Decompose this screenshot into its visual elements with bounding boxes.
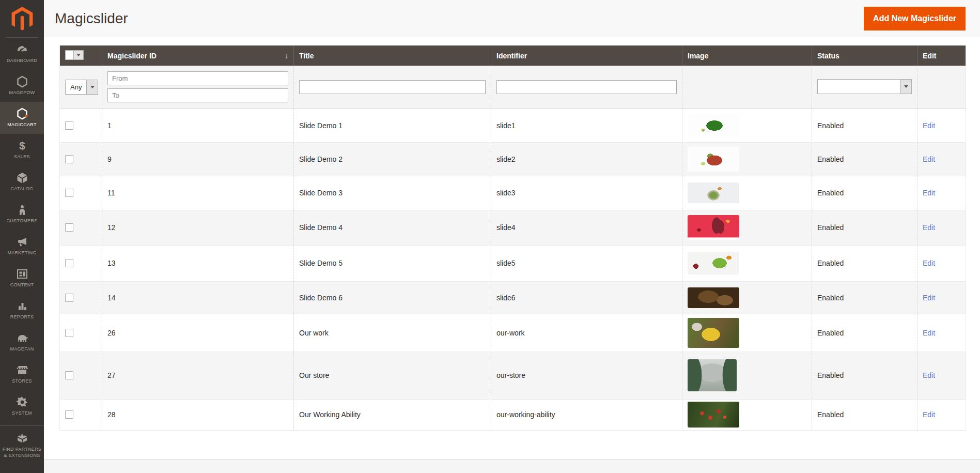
cell-identifier: our-store (491, 352, 682, 399)
row-checkbox[interactable] (65, 223, 73, 232)
table-row[interactable]: 12 Slide Demo 4 slide4 Enabled Edit (60, 210, 966, 245)
cell-title: Slide Demo 3 (294, 176, 491, 210)
sidebar-item-label: FIND PARTNERS & EXTENSIONS (2, 447, 42, 459)
row-checkbox[interactable] (65, 155, 73, 163)
column-label: Magicslider ID (107, 52, 157, 60)
status-filter-select[interactable] (817, 79, 912, 94)
edit-link[interactable]: Edit (923, 329, 935, 337)
sidebar-item-find-partners[interactable]: FIND PARTNERS & EXTENSIONS (0, 425, 44, 463)
column-header-status[interactable]: Status (812, 45, 917, 66)
table-row[interactable]: 9 Slide Demo 2 slide2 Enabled Edit (60, 142, 966, 176)
cell-status: Enabled (812, 210, 917, 245)
table-row[interactable]: 13 Slide Demo 5 slide5 Enabled Edit (60, 245, 966, 281)
row-checkbox[interactable] (65, 294, 73, 302)
cell-id: 28 (102, 399, 294, 430)
grid-header-row: Magicslider ID ↓ Title Identifier Image … (60, 45, 966, 66)
row-thumbnail (688, 215, 739, 240)
cell-identifier: our-working-ability (491, 399, 682, 430)
row-checkbox[interactable] (65, 189, 73, 197)
mass-action-select[interactable]: Any (65, 80, 98, 95)
table-row[interactable]: 11 Slide Demo 3 slide3 Enabled Edit (60, 176, 966, 210)
edit-link[interactable]: Edit (923, 223, 935, 232)
sidebar-item-dashboard[interactable]: DASHBOARD (0, 38, 44, 70)
sidebar-item-customers[interactable]: CUSTOMERS (0, 198, 44, 230)
grid-filter-row: Any (60, 66, 966, 109)
cell-identifier: our-work (491, 314, 682, 352)
edit-link[interactable]: Edit (923, 155, 935, 163)
select-all-header (60, 45, 102, 66)
person-icon (16, 204, 28, 216)
magento-logo[interactable] (0, 0, 44, 37)
cell-status: Enabled (812, 352, 917, 399)
cell-status: Enabled (812, 176, 917, 210)
edit-link[interactable]: Edit (923, 410, 935, 419)
dashboard-gauge-icon (16, 43, 28, 56)
table-row[interactable]: 14 Slide Demo 6 slide6 Enabled Edit (60, 281, 966, 314)
row-checkbox[interactable] (65, 410, 73, 419)
sidebar-item-magefan[interactable]: MAGEFAN (0, 326, 44, 358)
cell-status: Enabled (812, 142, 917, 176)
magicslider-grid: Magicslider ID ↓ Title Identifier Image … (59, 45, 966, 431)
table-row[interactable]: 26 Our work our-work Enabled Edit (60, 314, 966, 352)
row-thumbnail (688, 252, 739, 274)
sidebar-item-magepow[interactable]: MAGEPOW (0, 70, 44, 102)
mass-select-control[interactable] (65, 50, 84, 60)
table-row[interactable]: 27 Our store our-store Enabled Edit (60, 352, 966, 399)
select-all-checkbox[interactable] (65, 50, 74, 60)
sidebar-item-marketing[interactable]: MARKETING (0, 230, 44, 262)
cell-status: Enabled (812, 314, 917, 352)
sidebar-item-catalog[interactable]: CATALOG (0, 166, 44, 198)
edit-link[interactable]: Edit (923, 294, 935, 302)
id-to-filter-input[interactable] (107, 88, 288, 102)
sidebar-item-stores[interactable]: STORES (0, 358, 44, 390)
sidebar-item-label: STORES (12, 378, 32, 385)
sidebar-item-reports[interactable]: REPORTS (0, 294, 44, 326)
mass-action-value: Any (66, 80, 86, 94)
add-new-magicslider-button[interactable]: Add New Magicslider (864, 7, 966, 30)
sidebar-item-label: MAGEPOW (9, 90, 35, 96)
id-from-filter-input[interactable] (107, 71, 288, 85)
edit-link[interactable]: Edit (923, 121, 935, 130)
sidebar-item-sales[interactable]: $ SALES (0, 134, 44, 166)
footer-strip (44, 459, 980, 473)
edit-link[interactable]: Edit (923, 259, 935, 267)
column-header-id[interactable]: Magicslider ID ↓ (102, 45, 294, 66)
mass-select-dropdown[interactable] (74, 50, 84, 60)
brick-icon (15, 432, 29, 445)
cell-id: 13 (102, 245, 294, 281)
row-checkbox[interactable] (65, 329, 73, 337)
row-checkbox[interactable] (65, 121, 73, 130)
sidebar-item-label: CONTENT (10, 282, 34, 288)
cell-title: Our work (294, 314, 491, 352)
identifier-filter-input[interactable] (496, 80, 677, 94)
storefront-icon (16, 364, 28, 376)
cell-id: 14 (102, 281, 294, 314)
cell-id: 9 (102, 142, 294, 176)
edit-link[interactable]: Edit (923, 189, 935, 197)
sidebar-item-magiccart[interactable]: MAGICCART (0, 102, 44, 134)
edit-link[interactable]: Edit (923, 371, 935, 379)
admin-sidebar: DASHBOARD MAGEPOW MAGICCART $ SALES CATA… (0, 0, 44, 473)
column-header-identifier[interactable]: Identifier (491, 45, 682, 66)
title-filter-input[interactable] (299, 80, 486, 94)
table-row[interactable]: 1 Slide Demo 1 slide1 Enabled Edit (60, 109, 966, 142)
sidebar-item-label: MARKETING (7, 250, 36, 256)
column-header-image: Image (682, 45, 812, 66)
elephant-icon (15, 332, 29, 344)
cell-identifier: slide5 (491, 245, 682, 281)
sidebar-item-label: SALES (14, 154, 30, 160)
row-checkbox[interactable] (65, 371, 73, 379)
column-header-title[interactable]: Title (294, 45, 491, 66)
svg-text:$: $ (19, 140, 25, 151)
status-filter-value (818, 80, 900, 94)
caret-down-icon (900, 80, 911, 94)
table-row[interactable]: 28 Our Working Ability our-working-abili… (60, 399, 966, 430)
row-checkbox[interactable] (65, 259, 73, 267)
megaphone-icon (16, 236, 28, 248)
hexagon-icon (17, 75, 28, 88)
sidebar-item-content[interactable]: CONTENT (0, 262, 44, 294)
cell-identifier: slide3 (491, 176, 682, 210)
sidebar-item-system[interactable]: SYSTEM (0, 390, 44, 422)
sidebar-item-label: SYSTEM (12, 410, 32, 417)
row-thumbnail (688, 114, 739, 137)
